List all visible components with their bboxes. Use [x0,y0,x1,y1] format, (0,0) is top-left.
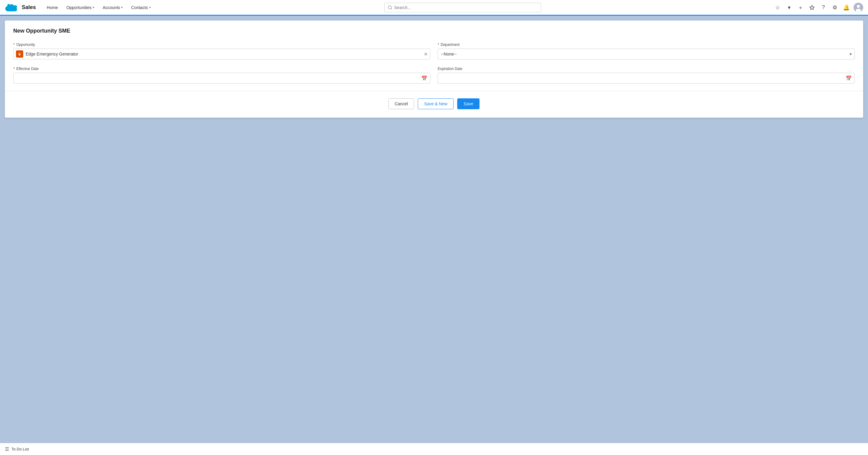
opportunity-label: * Opportunity [13,42,430,47]
form-divider [5,91,863,91]
nav-opportunities-chevron: ▾ [93,6,94,9]
cancel-button[interactable]: Cancel [389,98,414,109]
app-name: Sales [22,4,36,10]
form-row-1: * Opportunity ♛ Edge Emergency Generator… [13,42,855,59]
notifications-icon[interactable]: 🔔 [842,3,850,12]
search-icon [388,5,393,10]
favorites-dropdown-icon[interactable]: ▾ [785,3,793,12]
setup-icon[interactable]: ⚙ [831,3,839,12]
svg-point-0 [388,6,392,9]
department-required-star: * [438,42,439,47]
avatar[interactable] [854,3,863,12]
nav-opportunities[interactable]: Opportunities ▾ [63,0,98,16]
nav-home[interactable]: Home [43,0,61,16]
svg-point-4 [856,9,861,12]
nav-accounts-chevron: ▾ [121,6,123,9]
opportunity-required-star: * [13,42,15,47]
department-field: * Department --None-- Finance IT Operati… [438,42,855,59]
nav-links: Home Opportunities ▾ Accounts ▾ Contacts… [43,0,154,15]
opportunity-clear-button[interactable]: ✕ [424,51,428,57]
opportunity-value: Edge Emergency Generator [26,52,421,56]
new-record-icon[interactable]: ＋ [796,3,805,12]
search-bar [154,3,771,12]
nav-contacts-label: Contacts [131,5,148,10]
opportunity-field: * Opportunity ♛ Edge Emergency Generator… [13,42,430,59]
effective-date-wrap: 📅 [13,73,430,84]
search-input[interactable] [394,5,538,10]
nav-accounts[interactable]: Accounts ▾ [99,0,127,16]
save-and-new-button[interactable]: Save & New [418,98,454,109]
opportunity-input-wrap: ♛ Edge Emergency Generator ✕ [13,49,430,59]
footer: ☰ To Do List [0,443,868,455]
favorites-icon[interactable]: ☆ [773,3,782,12]
form-card: New Opportunity SME * Opportunity ♛ Edge… [5,21,863,118]
svg-point-3 [857,5,860,8]
form-row-2: * Effective Date 📅 Expiration Date 📅 [13,67,855,84]
search-input-wrap [384,3,541,12]
expiration-date-label: Expiration Date [438,67,855,71]
effective-date-field: * Effective Date 📅 [13,67,430,84]
department-select[interactable]: --None-- Finance IT Operations Sales Sup… [438,49,855,59]
effective-date-required-star: * [13,67,15,71]
help-icon[interactable]: ? [819,3,828,12]
opportunity-record-icon: ♛ [16,50,23,58]
todo-list-label[interactable]: To Do List [11,447,29,451]
expiration-date-input[interactable] [438,73,855,84]
setup-assistant-icon[interactable] [808,3,816,12]
top-navigation: Sales Home Opportunities ▾ Accounts ▾ Co… [0,0,868,16]
crown-icon: ♛ [18,52,22,56]
nav-contacts[interactable]: Contacts ▾ [127,0,154,16]
svg-line-1 [391,8,392,9]
nav-accounts-label: Accounts [103,5,120,10]
effective-date-label: * Effective Date [13,67,430,71]
todo-list-icon: ☰ [5,446,9,452]
salesforce-logo[interactable] [5,3,17,12]
nav-contacts-chevron: ▾ [149,6,151,9]
main-content: New Opportunity SME * Opportunity ♛ Edge… [0,16,868,443]
form-actions: Cancel Save & New Save [13,98,855,109]
effective-date-input[interactable] [13,73,430,84]
department-select-wrap: --None-- Finance IT Operations Sales Sup… [438,49,855,59]
top-right-icons: ☆ ▾ ＋ ? ⚙ 🔔 [773,3,863,12]
form-title: New Opportunity SME [13,28,855,34]
save-button[interactable]: Save [457,98,479,109]
expiration-date-field: Expiration Date 📅 [438,67,855,84]
department-label: * Department [438,42,855,47]
expiration-date-wrap: 📅 [438,73,855,84]
nav-opportunities-label: Opportunities [66,5,91,10]
nav-home-label: Home [47,5,58,10]
